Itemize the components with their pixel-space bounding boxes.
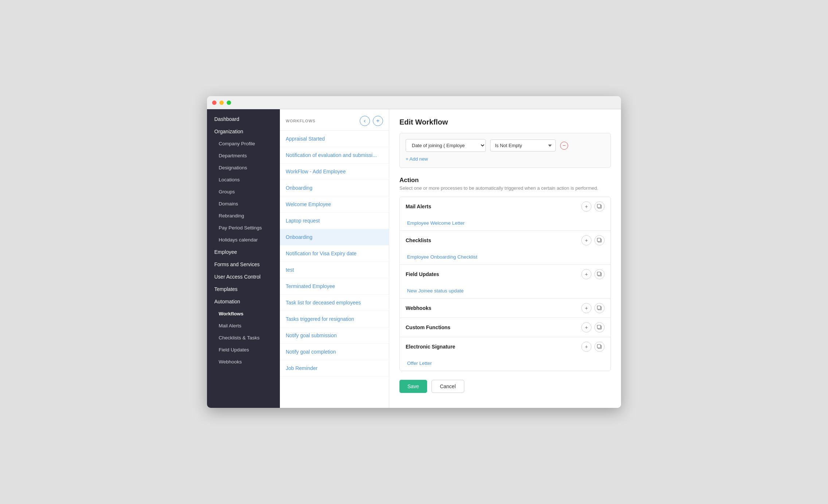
sidebar-item-workflows[interactable]: Workflows bbox=[207, 308, 280, 320]
sidebar-item-holidays-calendar[interactable]: Holidays calendar bbox=[207, 234, 280, 246]
action-label: Custom Functions bbox=[406, 324, 581, 330]
workflow-item[interactable]: test bbox=[280, 262, 389, 278]
action-icons: + bbox=[581, 322, 605, 332]
sidebar-item-field-updates[interactable]: Field Updates bbox=[207, 344, 280, 356]
action-copy-btn[interactable] bbox=[594, 269, 605, 279]
action-header-row: Mail Alerts+ bbox=[400, 197, 610, 216]
action-icons: + bbox=[581, 235, 605, 245]
close-dot[interactable] bbox=[212, 101, 216, 105]
action-header-row: Custom Functions+ bbox=[400, 318, 610, 337]
action-sub-link[interactable]: Employee Welcome Letter bbox=[407, 220, 465, 226]
prev-workflow-btn[interactable]: ‹ bbox=[360, 116, 370, 126]
svg-rect-11 bbox=[597, 344, 601, 348]
add-new-label: + Add new bbox=[406, 156, 428, 162]
add-workflow-btn[interactable]: + bbox=[373, 116, 383, 126]
sidebar-item-employee[interactable]: Employee bbox=[207, 246, 280, 258]
action-add-btn[interactable]: + bbox=[581, 201, 591, 212]
workflow-item[interactable]: Notify goal submission bbox=[280, 327, 389, 344]
sidebar-item-organization[interactable]: Organization bbox=[207, 125, 280, 138]
workflow-item[interactable]: Terminated Employee bbox=[280, 278, 389, 295]
action-copy-btn[interactable] bbox=[594, 322, 605, 332]
sidebar-item-company-profile[interactable]: Company Profile bbox=[207, 138, 280, 150]
action-add-btn[interactable]: + bbox=[581, 269, 591, 279]
sidebar-item-rebranding[interactable]: Rebranding bbox=[207, 210, 280, 222]
action-sub-row: Employee Welcome Letter bbox=[400, 216, 610, 231]
action-table: Mail Alerts+Employee Welcome LetterCheck… bbox=[399, 197, 611, 371]
action-row: Custom Functions+ bbox=[400, 318, 610, 337]
workflow-item[interactable]: Tasks triggered for resignation bbox=[280, 311, 389, 327]
action-copy-btn[interactable] bbox=[594, 201, 605, 212]
sidebar-item-checklists-&-tasks[interactable]: Checklists & Tasks bbox=[207, 332, 280, 344]
action-sub-row: New Joinee status update bbox=[400, 284, 610, 298]
action-row: Webhooks+ bbox=[400, 299, 610, 318]
action-sub-link[interactable]: Employee Onboarding Checklist bbox=[407, 254, 477, 260]
action-label: Electronic Signature bbox=[406, 344, 581, 350]
action-icons: + bbox=[581, 269, 605, 279]
svg-rect-9 bbox=[597, 325, 601, 328]
workflow-list: Appraisal StartedNotification of evaluat… bbox=[280, 131, 389, 408]
action-add-btn[interactable]: + bbox=[581, 322, 591, 332]
action-copy-btn[interactable] bbox=[594, 342, 605, 352]
sidebar-item-webhooks[interactable]: Webhooks bbox=[207, 356, 280, 368]
workflow-item[interactable]: Task list for deceased employees bbox=[280, 295, 389, 311]
action-header-row: Field Updates+ bbox=[400, 265, 610, 284]
action-icons: + bbox=[581, 303, 605, 313]
action-description: Select one or more processes to be autom… bbox=[399, 185, 611, 191]
workflow-item[interactable]: Welcome Employee bbox=[280, 196, 389, 213]
action-sub-link[interactable]: Offer Letter bbox=[407, 361, 432, 366]
sidebar-item-user-access-control[interactable]: User Access Control bbox=[207, 271, 280, 283]
filter-row: Date of joining ( Employe Is Not EmptyIs… bbox=[406, 139, 605, 152]
action-sub-row: Offer Letter bbox=[400, 356, 610, 371]
footer-buttons: Save Cancel bbox=[399, 380, 611, 393]
sidebar-item-domains[interactable]: Domains bbox=[207, 198, 280, 210]
sidebar-item-locations[interactable]: Locations bbox=[207, 174, 280, 186]
sidebar-item-designations[interactable]: Designations bbox=[207, 162, 280, 174]
workflow-item[interactable]: Appraisal Started bbox=[280, 131, 389, 147]
save-button[interactable]: Save bbox=[399, 380, 427, 393]
remove-filter-btn[interactable]: − bbox=[560, 142, 568, 150]
action-icons: + bbox=[581, 201, 605, 212]
sidebar-item-dashboard[interactable]: Dashboard bbox=[207, 113, 280, 125]
sidebar-item-forms-and-services[interactable]: Forms and Services bbox=[207, 258, 280, 271]
sidebar-item-groups[interactable]: Groups bbox=[207, 186, 280, 198]
action-header-row: Electronic Signature+ bbox=[400, 337, 610, 356]
filter-field-select[interactable]: Date of joining ( Employe bbox=[406, 139, 486, 152]
svg-rect-7 bbox=[597, 306, 601, 309]
workflow-item[interactable]: Notification of evaluation and submissi.… bbox=[280, 147, 389, 164]
action-add-btn[interactable]: + bbox=[581, 235, 591, 245]
action-add-btn[interactable]: + bbox=[581, 303, 591, 313]
action-copy-btn[interactable] bbox=[594, 235, 605, 245]
action-section-title: Action bbox=[399, 177, 611, 184]
maximize-dot[interactable] bbox=[227, 101, 231, 105]
action-add-btn[interactable]: + bbox=[581, 342, 591, 352]
action-sub-row: Employee Onboarding Checklist bbox=[400, 250, 610, 264]
filter-operator-select[interactable]: Is Not EmptyIs EmptyEqualsNot Equals bbox=[490, 139, 556, 151]
sidebar-item-pay-period-settings[interactable]: Pay Period Settings bbox=[207, 222, 280, 234]
workflow-item[interactable]: Notification for Visa Expiry date bbox=[280, 245, 389, 262]
action-label: Webhooks bbox=[406, 305, 581, 311]
workflow-item[interactable]: Onboarding bbox=[280, 229, 389, 245]
workflow-item[interactable]: Job Reminder bbox=[280, 360, 389, 377]
sidebar-item-templates[interactable]: Templates bbox=[207, 283, 280, 295]
workflow-item[interactable]: WorkFlow - Add Employee bbox=[280, 164, 389, 180]
workflow-item[interactable]: Onboarding bbox=[280, 180, 389, 196]
sidebar-item-departments[interactable]: Departments bbox=[207, 150, 280, 162]
workflow-item[interactable]: Laptop request bbox=[280, 213, 389, 229]
minimize-dot[interactable] bbox=[219, 101, 224, 105]
svg-rect-3 bbox=[597, 238, 601, 241]
main-content: Edit Workflow Date of joining ( Employe … bbox=[389, 109, 621, 408]
filter-box: Date of joining ( Employe Is Not EmptyIs… bbox=[399, 133, 611, 168]
add-new-filter-btn[interactable]: + Add new bbox=[406, 156, 428, 162]
cancel-button[interactable]: Cancel bbox=[431, 380, 464, 393]
sidebar-item-automation[interactable]: Automation bbox=[207, 295, 280, 308]
app-window: DashboardOrganizationCompany ProfileDepa… bbox=[207, 96, 621, 408]
action-copy-btn[interactable] bbox=[594, 303, 605, 313]
workflow-panel: WORKFLOWS ‹ + Appraisal StartedNotificat… bbox=[280, 109, 389, 408]
titlebar bbox=[207, 96, 621, 109]
action-label: Mail Alerts bbox=[406, 204, 581, 209]
sidebar-item-mail-alerts[interactable]: Mail Alerts bbox=[207, 320, 280, 332]
workflow-item[interactable]: Notify goal completion bbox=[280, 344, 389, 360]
action-sub-link[interactable]: New Joinee status update bbox=[407, 288, 464, 294]
action-icons: + bbox=[581, 342, 605, 352]
action-row: Field Updates+New Joinee status update bbox=[400, 265, 610, 299]
